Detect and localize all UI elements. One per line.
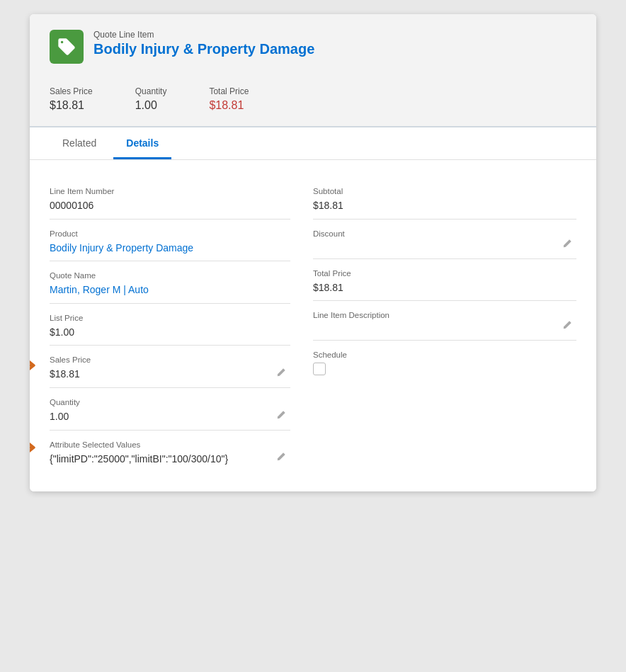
field-line-item-number: Line Item Number 00000106 bbox=[50, 177, 290, 220]
field-total-price: Total Price $18.81 bbox=[313, 259, 576, 302]
tabs-section: Related Details bbox=[30, 127, 596, 160]
field-schedule: Schedule bbox=[313, 341, 576, 381]
header-text: Quote Line Item Bodily Injury & Property… bbox=[93, 30, 314, 57]
field-attribute-selected-values: Attribute Selected Values {"limitPD":"25… bbox=[50, 431, 290, 472]
field-quantity: Quantity 1.00 bbox=[50, 388, 290, 431]
field-sales-price-value: $18.81 bbox=[50, 368, 290, 382]
field-schedule-label: Schedule bbox=[313, 351, 576, 359]
field-sales-price: Sales Price $18.81 bbox=[50, 346, 290, 388]
stat-quantity: Quantity 1.00 bbox=[135, 86, 167, 112]
stat-total-price: Total Price $18.81 bbox=[209, 86, 249, 112]
stat-quantity-value: 1.00 bbox=[135, 99, 167, 112]
record-title[interactable]: Bodily Injury & Property Damage bbox=[93, 41, 314, 57]
stat-quantity-label: Quantity bbox=[135, 86, 167, 96]
schedule-checkbox[interactable] bbox=[313, 363, 326, 375]
line-item-desc-edit-icon[interactable] bbox=[562, 320, 574, 331]
schedule-checkbox-wrapper bbox=[313, 363, 576, 375]
discount-edit-icon[interactable] bbox=[562, 239, 574, 250]
left-column: Line Item Number 00000106 Product Bodily… bbox=[50, 177, 313, 472]
stat-sales-price-value: $18.81 bbox=[50, 99, 93, 112]
tabs-bar: Related Details bbox=[30, 127, 596, 159]
field-discount: Discount bbox=[313, 220, 576, 259]
stat-sales-price: Sales Price $18.81 bbox=[50, 86, 93, 112]
right-column: Subtotal $18.81 Discount Total Price $18… bbox=[313, 177, 576, 472]
header-top: Quote Line Item Bodily Injury & Property… bbox=[50, 30, 576, 64]
main-card: Quote Line Item Bodily Injury & Property… bbox=[30, 14, 596, 491]
stat-sales-price-label: Sales Price bbox=[50, 86, 93, 96]
field-quantity-label: Quantity bbox=[50, 398, 290, 406]
stat-total-price-value: $18.81 bbox=[209, 99, 249, 112]
field-attribute-value: {"limitPD":"25000","limitBI":"100/300/10… bbox=[50, 452, 290, 467]
tab-details[interactable]: Details bbox=[113, 127, 171, 159]
field-quote-name-label: Quote Name bbox=[50, 271, 290, 280]
field-quantity-value: 1.00 bbox=[50, 410, 290, 424]
field-subtotal: Subtotal $18.81 bbox=[313, 177, 576, 220]
field-discount-label: Discount bbox=[313, 229, 576, 238]
field-line-item-number-label: Line Item Number bbox=[50, 187, 290, 195]
fields-grid: Line Item Number 00000106 Product Bodily… bbox=[50, 177, 576, 472]
field-quote-name: Quote Name Martin, Roger M | Auto bbox=[50, 261, 290, 304]
quantity-edit-icon[interactable] bbox=[276, 410, 288, 421]
field-list-price: List Price $1.00 bbox=[50, 304, 290, 346]
field-sales-price-label: Sales Price bbox=[50, 355, 290, 364]
field-product: Product Bodily Injury & Property Damage bbox=[50, 220, 290, 262]
field-list-price-label: List Price bbox=[50, 314, 290, 322]
field-total-price-value: $18.81 bbox=[313, 281, 576, 295]
record-icon bbox=[50, 30, 84, 64]
field-product-value[interactable]: Bodily Injury & Property Damage bbox=[50, 241, 290, 256]
header-section: Quote Line Item Bodily Injury & Property… bbox=[30, 14, 596, 127]
tag-icon bbox=[57, 37, 76, 57]
field-line-item-number-value: 00000106 bbox=[50, 199, 290, 213]
field-product-label: Product bbox=[50, 229, 290, 238]
sales-price-edit-icon[interactable] bbox=[276, 368, 288, 379]
content-section: Line Item Number 00000106 Product Bodily… bbox=[30, 160, 596, 491]
field-quote-name-value[interactable]: Martin, Roger M | Auto bbox=[50, 283, 290, 297]
field-line-item-desc-label: Line Item Description bbox=[313, 311, 576, 319]
field-subtotal-label: Subtotal bbox=[313, 187, 576, 195]
field-line-item-desc: Line Item Description bbox=[313, 301, 576, 341]
stats-row: Sales Price $18.81 Quantity 1.00 Total P… bbox=[50, 79, 576, 112]
attribute-edit-icon[interactable] bbox=[276, 452, 288, 463]
arrow-attribute bbox=[30, 438, 40, 457]
field-total-price-label: Total Price bbox=[313, 269, 576, 278]
record-type-label: Quote Line Item bbox=[93, 30, 314, 40]
stat-total-price-label: Total Price bbox=[209, 86, 249, 96]
tab-related[interactable]: Related bbox=[50, 127, 109, 159]
field-subtotal-value: $18.81 bbox=[313, 199, 576, 213]
arrow-sales-price bbox=[30, 355, 40, 375]
field-attribute-label: Attribute Selected Values bbox=[50, 440, 290, 449]
field-list-price-value: $1.00 bbox=[50, 326, 290, 340]
